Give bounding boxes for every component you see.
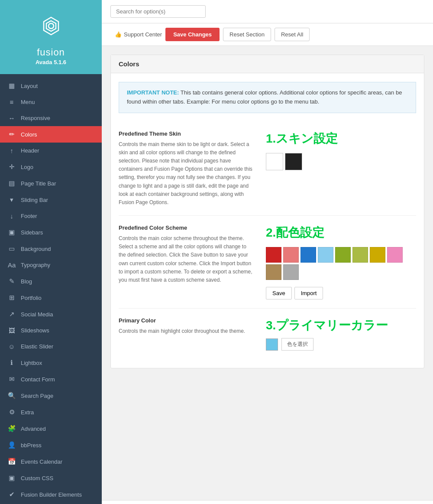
sidebar-item-footer[interactable]: ↓Footer: [0, 208, 102, 224]
nav-label-elastic-slider: Elastic Slider: [21, 343, 53, 350]
sidebar-item-search-page[interactable]: 🔍Search Page: [0, 387, 102, 404]
nav-icon-sidebars: ▣: [8, 228, 16, 236]
sidebar-item-colors[interactable]: ✏Colors: [0, 126, 102, 143]
nav-label-custom-css: Custom CSS: [21, 475, 53, 481]
nav-label-events-calendar: Events Calendar: [21, 458, 62, 465]
scheme-annotation: 2.配色設定: [266, 224, 324, 241]
nav-label-extra: Extra: [21, 409, 34, 416]
color-scheme-swatch-5[interactable]: [352, 247, 368, 263]
nav-label-portfolio: Portfolio: [21, 295, 42, 301]
nav-icon-layout: ▦: [8, 82, 16, 90]
nav-label-colors: Colors: [21, 131, 37, 138]
nav-label-typography: Typography: [21, 262, 50, 268]
option-row-skin: Predefined Theme Skin Controls the main …: [119, 122, 416, 216]
top-bar: [102, 0, 433, 23]
nav-label-advanced: Advanced: [21, 426, 46, 432]
sidebar-item-header[interactable]: ↑Header: [0, 143, 102, 159]
sidebar-item-fusion-builder[interactable]: ✔Fusion Builder Elements: [0, 486, 102, 503]
primary-color-select-button[interactable]: 色を選択: [281, 338, 313, 351]
support-center-button[interactable]: Support Center: [115, 31, 162, 38]
skin-swatch-white[interactable]: [266, 153, 283, 170]
section-body: IMPORTANT NOTE: This tab contains genera…: [111, 73, 424, 368]
scheme-buttons: Save Import: [266, 287, 323, 299]
color-scheme-swatch-9[interactable]: [283, 264, 299, 280]
nav-icon-responsive: ↔: [8, 114, 16, 122]
nav-icon-contact-form: ✉: [8, 375, 16, 383]
sidebar-item-page-title-bar[interactable]: ▤Page Title Bar: [0, 175, 102, 192]
sidebar-brand-name: fusion: [37, 47, 65, 58]
scheme-option-desc: Controls the main color scheme throughou…: [119, 234, 253, 284]
bottom-bar: Save Changes Reset Section Reset All: [102, 500, 433, 504]
color-scheme-swatch-4[interactable]: [335, 247, 351, 263]
nav-label-sliding-bar: Sliding Bar: [21, 197, 48, 203]
reset-section-button[interactable]: Reset Section: [223, 28, 271, 41]
color-scheme-swatch-7[interactable]: [387, 247, 403, 263]
nav-icon-header: ↑: [8, 147, 16, 154]
scheme-import-button[interactable]: Import: [294, 287, 323, 299]
nav-icon-lightbox: ℹ: [8, 359, 16, 367]
color-scheme-swatch-0[interactable]: [266, 247, 281, 263]
nav-icon-typography: Aa: [8, 261, 16, 269]
option-row-primary-color: Primary Color Controls the main highligh…: [119, 309, 416, 359]
sidebar-item-advanced[interactable]: 🧩Advanced: [0, 420, 102, 437]
nav-icon-advanced: 🧩: [8, 425, 16, 432]
sidebar-item-portfolio[interactable]: ⊞Portfolio: [0, 289, 102, 306]
svg-rect-0: [36, 12, 66, 42]
nav-icon-social-media: ↗: [8, 310, 16, 318]
sidebar-item-menu[interactable]: ≡Menu: [0, 94, 102, 110]
nav-label-fusion-builder: Fusion Builder Elements: [21, 491, 82, 498]
option-right-scheme: 2.配色設定 Save Import: [266, 224, 416, 299]
skin-option-desc: Controls the main theme skin to be light…: [119, 140, 253, 207]
sidebar-item-layout[interactable]: ▦Layout: [0, 78, 102, 94]
search-input[interactable]: [110, 5, 206, 18]
sidebar-item-custom-css[interactable]: ▣Custom CSS: [0, 470, 102, 486]
nav-label-blog: Blog: [21, 278, 32, 285]
sidebar-item-typography[interactable]: AaTypography: [0, 257, 102, 273]
sidebar-item-sidebars[interactable]: ▣Sidebars: [0, 224, 102, 241]
nav-label-sidebars: Sidebars: [21, 229, 43, 236]
nav-icon-elastic-slider: ☺: [8, 343, 16, 350]
sidebar-item-logo[interactable]: ✛Logo: [0, 159, 102, 175]
colors-section-card: Colors IMPORTANT NOTE: This tab contains…: [110, 55, 424, 368]
content-area: Colors IMPORTANT NOTE: This tab contains…: [102, 46, 433, 500]
sidebar-item-extra[interactable]: ⚙Extra: [0, 404, 102, 420]
nav-icon-background: ▭: [8, 245, 16, 253]
save-changes-button[interactable]: Save Changes: [165, 28, 220, 41]
sidebar-item-sliding-bar[interactable]: ▾Sliding Bar: [0, 192, 102, 208]
nav-label-search-page: Search Page: [21, 393, 53, 399]
color-scheme-swatch-8[interactable]: [266, 264, 281, 280]
scheme-save-button[interactable]: Save: [266, 287, 292, 299]
nav-label-bbpress: bbPress: [21, 442, 42, 449]
sidebar-item-elastic-slider[interactable]: ☺Elastic Slider: [0, 338, 102, 354]
sidebar-item-bbpress[interactable]: 👤bbPress: [0, 437, 102, 453]
nav-label-menu: Menu: [21, 99, 35, 105]
thumbs-icon: [115, 31, 122, 38]
nav-label-contact-form: Contact Form: [21, 376, 55, 383]
sidebar-item-blog[interactable]: ✎Blog: [0, 273, 102, 289]
reset-all-button[interactable]: Reset All: [275, 28, 310, 41]
sidebar-item-contact-form[interactable]: ✉Contact Form: [0, 371, 102, 387]
sidebar-item-responsive[interactable]: ↔Responsive: [0, 110, 102, 126]
sidebar-item-social-media[interactable]: ↗Social Media: [0, 306, 102, 322]
sidebar-item-slideshows[interactable]: 🖼Slideshows: [0, 322, 102, 338]
sidebar-item-events-calendar[interactable]: 📅Events Calendar: [0, 453, 102, 470]
color-scheme-swatch-6[interactable]: [370, 247, 385, 263]
nav-icon-footer: ↓: [8, 212, 16, 220]
primary-color-preview[interactable]: [266, 338, 278, 351]
sidebar-version: Avada 5.1.6: [36, 59, 66, 65]
nav-label-layout: Layout: [21, 83, 38, 89]
color-scheme-swatch-2[interactable]: [301, 247, 316, 263]
sidebar-item-lightbox[interactable]: ℹLightbox: [0, 354, 102, 371]
skin-swatch-black[interactable]: [285, 153, 302, 170]
section-title: Colors: [111, 55, 424, 73]
nav-label-page-title-bar: Page Title Bar: [21, 180, 56, 187]
nav-label-background: Background: [21, 246, 51, 252]
nav-icon-blog: ✎: [8, 277, 16, 285]
nav-icon-portfolio: ⊞: [8, 294, 16, 302]
nav-label-responsive: Responsive: [21, 115, 50, 121]
color-scheme-swatch-1[interactable]: [283, 247, 299, 263]
nav-label-logo: Logo: [21, 164, 33, 170]
color-scheme-swatch-3[interactable]: [318, 247, 333, 263]
nav-icon-fusion-builder: ✔: [8, 491, 16, 498]
sidebar-item-background[interactable]: ▭Background: [0, 241, 102, 257]
